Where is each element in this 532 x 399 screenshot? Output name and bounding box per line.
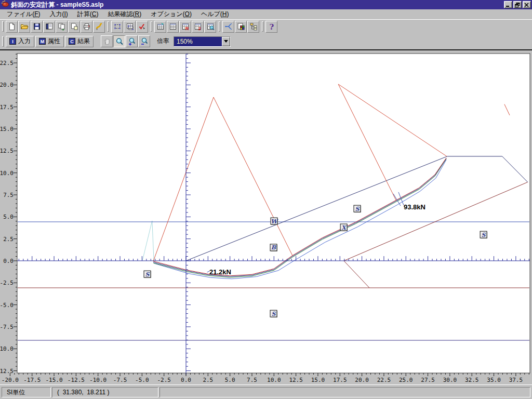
marker-letter: B [271,244,276,251]
mode-button-c[interactable]: C結果 [65,36,94,47]
mode-button-i[interactable]: I入力 [6,36,34,47]
m-chip-icon: M [39,38,46,45]
pan-hand-button[interactable] [101,35,113,47]
x-tick-label: 30.0 [443,377,457,383]
paste-drawing-button[interactable] [68,21,80,33]
attribute-marker-s[interactable]: S [480,231,487,238]
select-toolbar-group [108,21,149,33]
display-toolbar-group [219,21,260,33]
menu-i[interactable]: 入力(I) [45,9,72,19]
combo-dropdown-button[interactable] [222,37,230,46]
result-table-search-icon [206,22,215,31]
help-button[interactable]: ? [265,21,277,33]
result-table-button[interactable] [167,21,179,33]
print-icon [83,22,91,31]
print-preview-button[interactable] [43,21,55,33]
x-tick-label: -10.0 [89,377,107,383]
plot-background [17,54,530,373]
minimize-button[interactable] [504,1,512,8]
y-tick-label: -2.5 [0,280,14,286]
x-tick-label: -17.5 [23,377,41,383]
zoom-ratio-value: 150% [174,37,222,46]
x-tick-label: 35.0 [487,377,501,383]
menu-f[interactable]: ファイル(F) [2,9,45,19]
open-file-icon [20,22,29,31]
file-toolbar-group [2,21,105,33]
copy-drawing-icon [58,22,66,31]
attribute-marker-s[interactable]: S [354,205,361,212]
open-file-button[interactable] [18,21,30,33]
y-tick-label: 7.5 [3,192,14,198]
toolbar-drag-handle[interactable] [2,21,4,32]
attribute-marker-b[interactable]: B [270,244,277,251]
apply-check-button[interactable] [136,21,148,33]
zoom-window-button[interactable] [113,35,125,47]
marker-letter: S [482,232,486,238]
new-file-icon [8,22,16,31]
attribute-marker-x[interactable]: X [340,224,348,231]
marker-letter: S [272,311,276,317]
menu-h[interactable]: ヘルプ(H) [196,9,234,19]
data-tree-button[interactable] [247,21,259,33]
x-tick-label: 0.0 [181,377,191,383]
window-title: 斜面の安定計算 - sampleS5.aslp [11,1,502,9]
attribute-marker-s[interactable]: S [144,271,151,278]
svg-text:R: R [185,26,189,31]
result-table-2-button[interactable]: 2 [192,21,204,33]
restore-button[interactable] [513,1,522,8]
x-tick-label: 2.5 [203,377,213,383]
y-tick-label: 2.5 [3,236,14,243]
view-toolbar: I入力M属性C結果 倍率 150% [0,33,532,49]
copy-drawing-button[interactable] [56,21,68,33]
x-tick-label: 7.5 [247,377,257,383]
toolbar-drag-handle[interactable] [219,21,220,32]
x-tick-label: 32.5 [465,377,479,383]
i-chip-icon: I [9,38,16,45]
menu-r[interactable]: 結果確認(R) [103,9,146,19]
y-tick-label: -12.5 [0,368,14,375]
zoom-out-button[interactable] [138,35,150,47]
display-palette-icon [237,22,245,31]
menu-c[interactable]: 計算(C) [73,9,103,19]
print-button[interactable] [81,21,92,33]
region-grid-button[interactable] [124,21,136,33]
drawing-canvas[interactable]: -20.0-17.5-15.0-12.5-10.0-7.5-5.0-2.50.0… [0,50,532,384]
attribute-marker-w[interactable]: W [271,218,278,225]
result-table-icon [169,22,177,31]
input-table-button[interactable] [154,21,166,33]
y-tick-label: 20.0 [0,82,14,88]
menu-o[interactable]: オプション(O) [146,9,196,19]
x-tick-label: 20.0 [355,377,369,383]
x-tick-label: -12.5 [68,377,85,383]
result-table-r-button[interactable]: R [179,21,191,33]
toolbar-drag-handle[interactable] [2,36,4,47]
x-tick-label: 15.0 [311,377,325,383]
toolbar-drag-handle[interactable] [262,21,263,32]
result-table-r-icon: R [181,22,190,31]
select-region-icon [113,22,122,31]
save-file-button[interactable] [31,21,43,33]
x-tick-label: 10.0 [267,377,281,383]
y-tick-label: 15.0 [0,126,14,132]
close-button[interactable] [523,1,531,8]
attribute-marker-s[interactable]: S [270,310,277,317]
mode-button-m[interactable]: M属性 [35,36,64,47]
display-palette-button[interactable] [235,21,247,33]
new-file-button[interactable] [6,21,18,33]
x-tick-label: 12.5 [289,377,303,383]
mode-button-label: 結果 [77,37,90,46]
zoom-ratio-combobox[interactable]: 150% [174,36,231,47]
x-tick-label: 37.5 [509,377,523,383]
marker-letter: S [145,271,150,278]
flow-arrows-button[interactable] [222,21,234,33]
zoom-in-button[interactable] [126,35,138,47]
select-region-button[interactable] [111,21,123,33]
result-table-search-button[interactable] [204,21,216,33]
zoom-window-icon [115,37,124,46]
x-tick-label: -7.5 [113,377,127,383]
export-data-button[interactable] [93,21,105,33]
y-tick-label: 12.5 [0,148,14,154]
y-tick-label: -10.0 [0,345,14,352]
toolbar-drag-handle[interactable] [151,21,152,32]
toolbar-drag-handle[interactable] [108,21,109,32]
